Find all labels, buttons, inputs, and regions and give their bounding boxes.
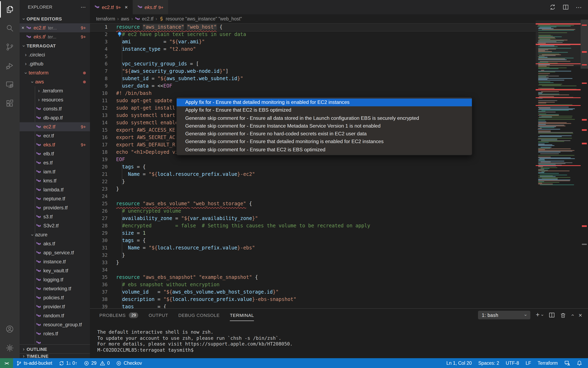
code-line-9[interactable]: 9 user_data = <<EOF	[90, 82, 536, 90]
code-line-22[interactable]: 22 }	[90, 178, 536, 185]
status-29[interactable]: 290	[81, 358, 113, 368]
quickfix-menu: Apply fix for - Ensure that detailed mon…	[176, 97, 472, 155]
panel-tab-problems[interactable]: PROBLEMS29	[99, 309, 138, 321]
code-line-24[interactable]: 24	[90, 193, 536, 200]
line-number: 24	[90, 193, 108, 200]
code-line-27[interactable]: 27 availability_zone = "${var.availabili…	[90, 215, 536, 222]
code-line-7[interactable]: 7 "${aws_security_group.web-node.id}"]	[90, 67, 536, 75]
panel-actions: 1: bash›+››×	[478, 311, 588, 319]
line-number: 31	[90, 244, 108, 251]
quickfix-item-3[interactable]: Generate skip comment for - Ensure Insta…	[177, 122, 472, 130]
panel-tab-label: OUTPUT	[149, 313, 168, 318]
quickfix-item-5[interactable]: Generate skip comment for - Ensure that …	[177, 138, 472, 146]
panel-tab-debug-console[interactable]: DEBUG CONSOLE	[178, 309, 220, 321]
terminal-select-value: 1: bash	[482, 313, 498, 318]
sync-icon	[59, 360, 64, 366]
status-spaces-2[interactable]: Spaces: 2	[475, 358, 502, 368]
quickfix-item-1[interactable]: Apply fix for - Ensure that EC2 is EBS o…	[177, 107, 472, 114]
line-number: 9	[90, 82, 108, 90]
code-line-26[interactable]: 26 # unencrypted volume	[90, 207, 536, 215]
line-number: 14	[90, 119, 108, 126]
remote-indicator[interactable]: ><	[0, 358, 13, 368]
quickfix-item-2[interactable]: Generate skip comment for - Ensure all d…	[177, 114, 472, 122]
minimap-error-mark	[536, 105, 581, 106]
code-line-29[interactable]: 29 size = 1	[90, 229, 536, 237]
terminal-line: To update your account to use zsh, pleas…	[97, 335, 293, 341]
minimap-viewport[interactable]	[536, 20, 581, 66]
new-terminal-icon[interactable]: +	[536, 312, 540, 318]
maximize-panel-icon[interactable]: ›	[569, 314, 575, 316]
code-line-10[interactable]: 10#! /bin/bash	[90, 90, 536, 97]
code-line-38[interactable]: 38 description = "${local.resource_prefi…	[90, 296, 536, 303]
lightbulb-quickfix-icon[interactable]	[117, 31, 122, 37]
line-number: 23	[90, 185, 108, 193]
code-line-35[interactable]: 35resource "aws_ebs_snapshot" "example_s…	[90, 274, 536, 281]
panel-tab-label: TERMINAL	[230, 313, 254, 318]
code-line-34[interactable]: 34	[90, 266, 536, 274]
quickfix-item-6[interactable]: Generate skip comment for - Ensure that …	[177, 146, 472, 154]
line-number: 22	[90, 178, 108, 185]
bell-icon	[577, 360, 582, 366]
ruler-error-mark	[582, 64, 587, 65]
panel-tab-output[interactable]: OUTPUT	[149, 309, 168, 321]
line-number: 28	[90, 222, 108, 229]
code-line-32[interactable]: 32 }	[90, 251, 536, 259]
code-line-3[interactable]: 3 ami = "${var.ami}"	[90, 38, 536, 45]
code-line-8[interactable]: 8 subnet_id = "${aws_subnet.web_subnet.i…	[90, 75, 536, 82]
line-number: 10	[90, 90, 108, 97]
code-line-6[interactable]: 6 vpc_security_group_ids = [	[90, 60, 536, 67]
status-ln-1-col-20[interactable]: Ln 1, Col 20	[443, 358, 475, 368]
kill-terminal-icon[interactable]	[560, 312, 566, 318]
line-number: 8	[90, 75, 108, 82]
code-line-21[interactable]: 21 Name = "${local.resource_prefix.value…	[90, 171, 536, 178]
warning-icon	[100, 360, 105, 366]
status-terraform[interactable]: Terraform	[534, 358, 561, 368]
line-number: 27	[90, 215, 108, 222]
terminal-line: For more details, please visit https://s…	[97, 341, 293, 347]
close-panel-icon[interactable]: ×	[579, 312, 582, 319]
chevron-down-icon[interactable]: ›	[540, 314, 545, 316]
code-line-2[interactable]: 2 # ec2 have plain text secrets in user …	[90, 31, 536, 38]
code-line-36[interactable]: 36 # ebs snapshot without encryption	[90, 281, 536, 288]
status-utf-8[interactable]: UTF-8	[503, 358, 522, 368]
status-label: 0	[107, 361, 110, 366]
code-line-25[interactable]: 25resource "aws_ebs_volume" "web_host_st…	[90, 200, 536, 207]
line-number: 1	[90, 23, 108, 31]
status-1-0-[interactable]: 1↓ 0↑	[55, 358, 81, 368]
code-line-19[interactable]: 19EOF	[90, 156, 536, 163]
ruler-error-mark	[582, 51, 587, 53]
minimap[interactable]	[536, 0, 581, 308]
split-terminal-icon[interactable]	[549, 312, 555, 318]
terminal-output[interactable]: The default interactive shell is now zsh…	[97, 329, 293, 353]
quickfix-item-4[interactable]: Generate skip comment for - Ensure no ha…	[177, 130, 472, 138]
status-bell-icon[interactable]	[573, 358, 586, 368]
code-line-20[interactable]: 20 tags = {	[90, 163, 536, 171]
code-line-31[interactable]: 31 Name = "${local.resource_prefix.value…	[90, 244, 536, 251]
scrollbar-thumb[interactable]	[581, 20, 588, 69]
code-line-4[interactable]: 4 instance_type = "t2.nano"	[90, 45, 536, 53]
status-label: 29	[91, 361, 97, 366]
quickfix-item-0[interactable]: Apply fix for - Ensure that detailed mon…	[177, 99, 472, 107]
status-lf[interactable]: LF	[522, 358, 534, 368]
status-label: ts-add-bucket	[24, 361, 52, 366]
status-checkov[interactable]: Checkov	[113, 358, 145, 368]
terminal-line: M-C02DD2CLML85:terragoat taysmith$	[97, 347, 293, 353]
status-feedback-icon[interactable]	[561, 358, 573, 368]
panel-tab-label: PROBLEMS	[99, 313, 126, 318]
code-line-1[interactable]: 1resource "aws_instance" "web_host" {	[90, 23, 536, 31]
ruler-error-mark	[582, 143, 587, 144]
panel-tab-label: DEBUG CONSOLE	[178, 313, 220, 318]
code-line-33[interactable]: 33}	[90, 259, 536, 266]
panel-tab-terminal[interactable]: TERMINAL	[230, 309, 254, 321]
terminal-select[interactable]: 1: bash›	[478, 311, 531, 319]
code-line-23[interactable]: 23}	[90, 185, 536, 193]
vscode-window: EXPLORER ⋯ › OPEN EDITORS ×ec2.tfter...9…	[0, 0, 588, 368]
status-ts-add-bucket[interactable]: ts-add-bucket	[13, 358, 55, 368]
checkov-icon	[116, 360, 122, 366]
code-line-30[interactable]: 30 tags = {	[90, 237, 536, 244]
code-line-5[interactable]: 5	[90, 53, 536, 60]
feedback-icon	[564, 360, 570, 366]
code-line-28[interactable]: 28 #encrypted = false # Setting this cau…	[90, 222, 536, 229]
error-icon	[84, 360, 89, 366]
code-line-37[interactable]: 37 volume_id = "${aws_ebs_volume.web_hos…	[90, 288, 536, 296]
